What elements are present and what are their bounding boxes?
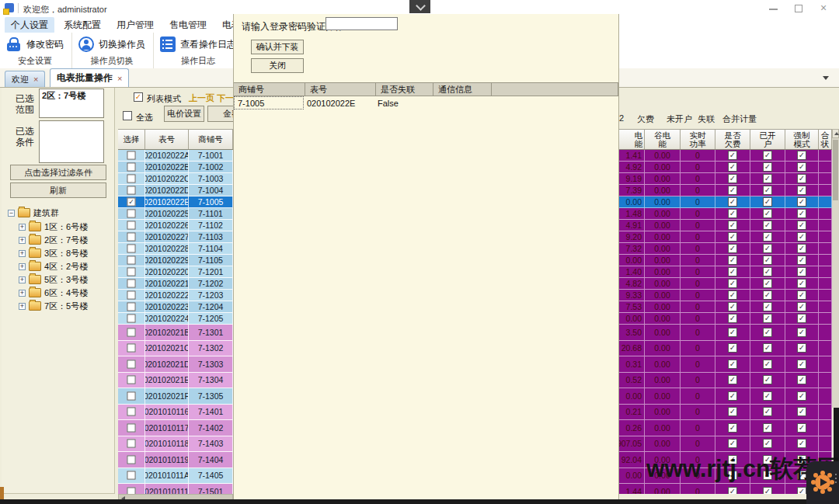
table-row[interactable]: 20.680.000✓✓✓ (619, 341, 832, 357)
row-checkbox[interactable]: ✓ (763, 487, 772, 494)
row-checkbox[interactable]: ✓ (728, 221, 737, 230)
row-checkbox[interactable] (127, 376, 135, 384)
table-row[interactable]: 020101011A7-1405 (118, 468, 233, 485)
row-checkbox[interactable]: ✓ (763, 279, 772, 288)
row-checkbox[interactable]: ✓ (728, 360, 737, 369)
vertical-scrollbar[interactable] (832, 129, 839, 408)
filter-button[interactable]: 点击选择过滤条件 (10, 165, 106, 180)
column-header[interactable]: 合 状 (819, 130, 832, 149)
row-checkbox[interactable]: ✓ (797, 375, 806, 384)
row-checkbox[interactable]: ✓ (728, 407, 737, 416)
table-row[interactable]: 1.400.000✓✓✓ (619, 266, 832, 278)
row-checkbox[interactable]: ✓ (797, 423, 806, 433)
tree-node-5[interactable]: +6区：4号楼 (19, 287, 88, 298)
row-checkbox[interactable]: ✓ (763, 423, 772, 433)
row-checkbox[interactable]: ✓ (797, 232, 806, 242)
table-row[interactable]: 9.330.000✓✓✓ (619, 290, 832, 301)
table-row[interactable]: 0.000.000✓✓✓ (619, 196, 832, 208)
row-checkbox[interactable]: ✓ (797, 221, 806, 230)
table-row[interactable]: 02010101167-1401 (118, 405, 233, 421)
row-checkbox[interactable]: ✓ (797, 255, 806, 265)
expand-toggle-icon[interactable]: + (19, 250, 26, 257)
row-checkbox[interactable] (127, 360, 135, 368)
tree-node-3[interactable]: +4区：2号楼 (19, 261, 88, 272)
scrollbar-thumb[interactable] (833, 140, 838, 200)
table-row[interactable]: 3.500.000✓✓✓ (619, 325, 832, 341)
table-row[interactable]: ✓020102022E7-1005 (118, 196, 233, 208)
expand-toggle-icon[interactable]: + (19, 263, 26, 270)
menu-item-2[interactable]: 用户管理 (110, 17, 160, 33)
table-row[interactable]: 9.190.000✓✓✓ (619, 173, 832, 185)
table-row[interactable]: 0.210.000✓✓✓ (619, 405, 832, 421)
table-row[interactable]: 02010202237-1204 (118, 301, 233, 313)
tab-close-icon[interactable]: × (117, 74, 122, 83)
prev-page-link[interactable]: 上一页 (189, 92, 214, 104)
refresh-button[interactable]: 刷新 (10, 182, 106, 198)
row-checkbox[interactable]: ✓ (797, 267, 806, 276)
tree-node-6[interactable]: +7区：5号楼 (19, 301, 88, 311)
price-settings-button[interactable]: 电价设置 (164, 106, 204, 122)
table-row[interactable]: 020102022A7-1001 (118, 150, 233, 162)
row-checkbox[interactable]: ✓ (797, 162, 806, 172)
column-header[interactable]: 电 能 (619, 130, 645, 149)
row-checkbox[interactable]: ✓ (763, 232, 772, 242)
table-row[interactable]: 02010202217-1202 (118, 278, 233, 290)
confirm-download-button[interactable]: 确认并下装 (251, 40, 304, 54)
row-checkbox[interactable]: ✓ (797, 360, 806, 369)
table-row[interactable]: 02010202297-1105 (118, 255, 233, 266)
dialog-column-header[interactable]: 商铺号 (234, 83, 305, 96)
dialog-column-header[interactable]: 通信信息 (433, 83, 492, 96)
row-checkbox[interactable]: ✓ (763, 360, 772, 369)
row-checkbox[interactable]: ✓ (728, 186, 737, 195)
row-checkbox[interactable]: ✓ (763, 267, 772, 276)
row-checkbox[interactable]: ✓ (763, 186, 772, 195)
row-checkbox[interactable]: ✓ (797, 197, 806, 207)
row-checkbox[interactable]: ✓ (763, 343, 772, 353)
row-checkbox[interactable]: ✓ (797, 328, 806, 337)
row-checkbox[interactable]: ✓ (763, 302, 772, 311)
row-checkbox[interactable]: ✓ (797, 209, 806, 218)
row-checkbox[interactable] (127, 209, 135, 217)
maximize-restore-button[interactable] (790, 2, 807, 15)
table-row[interactable]: 1.480.000✓✓✓ (619, 208, 832, 220)
row-checkbox[interactable]: ✓ (728, 423, 737, 433)
row-checkbox[interactable]: ✓ (728, 375, 737, 384)
table-row[interactable]: 02010101197-1404 (118, 452, 233, 468)
row-checkbox[interactable]: ✓ (728, 328, 737, 337)
row-checkbox[interactable]: ✓ (797, 186, 806, 195)
expand-toggle-icon[interactable]: + (19, 276, 26, 283)
row-checkbox[interactable]: ✓ (763, 174, 772, 183)
table-row[interactable]: 907.050.000✓✓✓ (619, 436, 832, 453)
row-checkbox[interactable]: ✓ (797, 407, 806, 416)
row-checkbox[interactable]: ✓ (763, 439, 772, 448)
dialog-cell-shop[interactable]: 7-1005 (234, 96, 304, 109)
close-button[interactable]: × (815, 2, 832, 15)
expand-toggle-icon[interactable]: + (19, 224, 26, 231)
table-row[interactable]: 4.820.000✓✓✓ (619, 278, 832, 290)
row-checkbox[interactable]: ✓ (763, 391, 772, 401)
row-checkbox[interactable] (127, 487, 135, 494)
column-header[interactable]: 选择 (118, 130, 145, 149)
row-checkbox[interactable]: ✓ (728, 267, 737, 276)
row-checkbox[interactable] (127, 174, 135, 182)
row-checkbox[interactable]: ✓ (763, 290, 772, 300)
row-checkbox[interactable]: ✓ (728, 391, 737, 401)
table-row[interactable]: 0.260.000✓✓✓ (619, 420, 832, 436)
table-row[interactable]: 7.320.000✓✓✓ (619, 243, 832, 255)
column-header[interactable]: 是否 欠费 (715, 130, 750, 149)
list-mode-checkbox[interactable]: ✓ (134, 92, 143, 102)
row-checkbox[interactable]: ✓ (797, 151, 806, 160)
switch-operator-button[interactable]: 切换操作员 (78, 34, 145, 54)
row-checkbox[interactable] (127, 186, 135, 194)
table-row[interactable]: 7.530.000✓✓✓ (619, 301, 832, 313)
row-checkbox[interactable] (127, 440, 135, 448)
table-row[interactable]: 4.910.000✓✓✓ (619, 220, 832, 231)
menu-item-1[interactable]: 系统配置 (57, 17, 107, 33)
table-row[interactable]: 020102022D7-1004 (118, 185, 233, 196)
table-row[interactable]: 0.000.000✓✓✓ (619, 388, 832, 405)
row-checkbox[interactable] (127, 221, 135, 229)
row-checkbox[interactable] (127, 244, 135, 252)
row-checkbox[interactable]: ✓ (763, 151, 772, 160)
row-checkbox[interactable]: ✓ (728, 290, 737, 300)
row-checkbox[interactable]: ✓ (728, 279, 737, 288)
